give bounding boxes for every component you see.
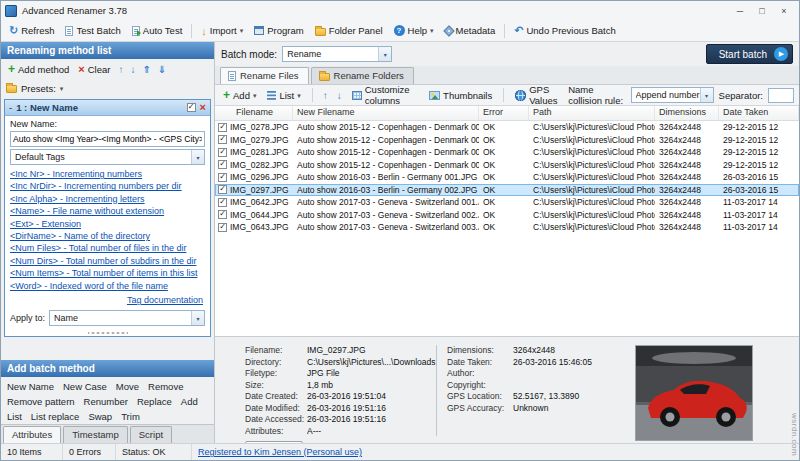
move-method-top-button[interactable]: ⇑ <box>140 63 152 76</box>
method-link-renumber[interactable]: Renumber <box>84 396 128 407</box>
row-checkbox[interactable]: ✓ <box>218 210 227 219</box>
table-row[interactable]: ✓IMG_0279.JPG Auto show 2015-12 - Copenh… <box>215 134 799 147</box>
refresh-icon: ↻ <box>9 24 18 37</box>
auto-test-button[interactable]: Auto Test <box>127 23 187 38</box>
gps-values-button[interactable]: GPS Values <box>512 83 563 107</box>
clear-methods-button[interactable]: × Clear <box>75 63 113 76</box>
refresh-button[interactable]: ↻ Refresh <box>4 22 59 39</box>
batch-mode-dropdown[interactable]: Rename ▾ <box>282 46 392 62</box>
program-button[interactable]: Program <box>249 23 308 38</box>
tag-link[interactable]: <Num Dirs> - Total number of subdirs in … <box>10 255 205 267</box>
help-button[interactable]: ? Help ▾ <box>389 23 439 38</box>
collision-rule-dropdown[interactable]: Append number ▾ <box>631 87 714 103</box>
move-method-bottom-button[interactable]: ⇓ <box>156 63 168 76</box>
row-checkbox[interactable]: ✓ <box>218 148 227 157</box>
tag-link[interactable]: <Num Items> - Total number of items in t… <box>10 267 205 279</box>
table-row[interactable]: ✓IMG_0282.JPG Auto show 2015-12 - Copenh… <box>215 159 799 172</box>
tab-rename-files[interactable]: Rename Files <box>220 67 309 84</box>
plus-icon: + <box>8 63 15 75</box>
cell-filename: IMG_0644.JPG <box>230 209 289 221</box>
metadata-button[interactable]: Metadata <box>440 23 501 38</box>
method-enabled-checkbox[interactable]: ✓ <box>187 103 196 112</box>
customize-columns-button[interactable]: Customize columns <box>349 83 421 107</box>
minimize-button[interactable]: ─ <box>729 3 751 18</box>
list-button[interactable]: List ▾ <box>264 89 303 102</box>
row-checkbox[interactable]: ✓ <box>218 160 227 169</box>
row-checkbox[interactable]: ✓ <box>218 173 227 182</box>
separator-input[interactable] <box>768 88 794 103</box>
import-button[interactable]: ↓ Import ▾ <box>196 23 248 39</box>
table-row[interactable]: ✓IMG_0642.JPG Auto show 2017-03 - Geneva… <box>215 196 799 209</box>
tab-attributes[interactable]: Attributes <box>3 426 61 443</box>
tag-link[interactable]: <Num Files> - Total number of files in t… <box>10 242 205 254</box>
row-checkbox[interactable]: ✓ <box>218 185 227 194</box>
test-batch-button[interactable]: Test Batch <box>60 23 125 38</box>
column-error[interactable]: Error <box>479 106 529 120</box>
presets-label: Presets: <box>21 83 56 94</box>
method-link-list-replace[interactable]: List replace <box>31 411 80 422</box>
tags-dropdown[interactable]: Default Tags ▾ <box>10 149 205 165</box>
toolbar-separator <box>191 24 192 38</box>
tag-link[interactable]: <Inc Alpha> - Incrementing letters <box>10 193 205 205</box>
remove-method-button[interactable]: × <box>200 102 206 113</box>
cell-path: C:\Users\kj\Pictures\iCloud Photos\Downl… <box>529 159 655 171</box>
method-link-list[interactable]: List <box>7 411 22 422</box>
tag-link[interactable]: <Inc Nr> - Incrementing numbers <box>10 168 205 180</box>
method-link-replace[interactable]: Replace <box>137 396 172 407</box>
column-date-taken[interactable]: Date Taken <box>719 106 799 120</box>
add-files-button[interactable]: + Add ▾ <box>220 88 259 102</box>
tag-link[interactable]: <DirName> - Name of the directory <box>10 230 205 242</box>
add-method-button[interactable]: + Add method <box>5 62 72 76</box>
column-path[interactable]: Path <box>529 106 655 120</box>
move-file-up-button[interactable]: ↑ <box>321 89 330 102</box>
start-batch-button[interactable]: Start batch ▶ <box>706 44 793 64</box>
apply-to-dropdown[interactable]: Name ▾ <box>49 310 205 326</box>
method-link-remove[interactable]: Remove <box>148 381 183 392</box>
registered-link[interactable]: Registered to Kim Jensen (Personal use) <box>198 447 362 457</box>
new-name-input[interactable] <box>10 131 205 147</box>
refresh-label: Refresh <box>21 25 54 36</box>
method-link-move[interactable]: Move <box>116 381 139 392</box>
move-method-up-button[interactable]: ↑ <box>116 63 125 76</box>
resize-grip[interactable] <box>88 329 128 336</box>
presets-row[interactable]: Presets: ▾ <box>1 79 214 97</box>
column-dimensions[interactable]: Dimensions <box>655 106 719 120</box>
tag-link[interactable]: <Name> - File name without extension <box>10 205 205 217</box>
method-link-swap[interactable]: Swap <box>88 411 112 422</box>
tab-rename-folders[interactable]: Rename Folders <box>311 67 414 84</box>
table-row[interactable]: ✓IMG_0296.JPG Auto show 2016-03 - Berlin… <box>215 171 799 184</box>
table-row[interactable]: ✓IMG_0644.JPG Auto show 2017-03 - Geneva… <box>215 209 799 222</box>
watermark: wsrdn.com <box>790 413 799 456</box>
table-row[interactable]: ✓IMG_0643.JPG Auto show 2017-03 - Geneva… <box>215 221 799 234</box>
maximize-button[interactable]: □ <box>751 3 773 18</box>
method-link-add[interactable]: Add <box>181 396 198 407</box>
move-file-down-button[interactable]: ↓ <box>335 89 344 102</box>
column-filename[interactable]: Filename <box>215 106 293 120</box>
row-checkbox[interactable]: ✓ <box>218 123 227 132</box>
undo-previous-batch-button[interactable]: ↶ Undo Previous Batch <box>509 22 620 39</box>
collapse-icon[interactable]: - <box>9 102 12 113</box>
tab-timestamp[interactable]: Timestamp <box>63 426 128 443</box>
table-row-selected[interactable]: ✓IMG_0297.JPG Auto show 2016-03 - Berlin… <box>215 184 799 197</box>
tag-link[interactable]: <Inc NrDir> - Incrementing numbers per d… <box>10 180 205 192</box>
row-checkbox[interactable]: ✓ <box>218 135 227 144</box>
tag-documentation-link[interactable]: Tag documentation <box>10 294 205 307</box>
column-new-filename[interactable]: New Filename <box>293 106 479 120</box>
thumbnails-button[interactable]: Thumbnails <box>426 89 495 102</box>
close-button[interactable]: × <box>773 3 795 18</box>
table-row[interactable]: ✓IMG_0281.JPG Auto show 2015-12 - Copenh… <box>215 146 799 159</box>
method-link-trim[interactable]: Trim <box>121 411 140 422</box>
folder-panel-button[interactable]: Folder Panel <box>310 23 388 38</box>
method-link-new-case[interactable]: New Case <box>63 381 107 392</box>
detail-value <box>513 380 625 390</box>
tag-link[interactable]: <Ext> - Extension <box>10 218 205 230</box>
row-checkbox[interactable]: ✓ <box>218 223 227 232</box>
method-link-remove-pattern[interactable]: Remove pattern <box>7 396 75 407</box>
row-checkbox[interactable]: ✓ <box>218 198 227 207</box>
check-icon: ✓ <box>219 148 226 156</box>
tab-script[interactable]: Script <box>130 426 172 443</box>
method-link-new-name[interactable]: New Name <box>7 381 54 392</box>
tag-link[interactable]: <Word> - Indexed word of the file name <box>10 280 205 292</box>
table-row[interactable]: ✓IMG_0278.JPG Auto show 2015-12 - Copenh… <box>215 121 799 134</box>
move-method-down-button[interactable]: ↓ <box>128 63 137 76</box>
